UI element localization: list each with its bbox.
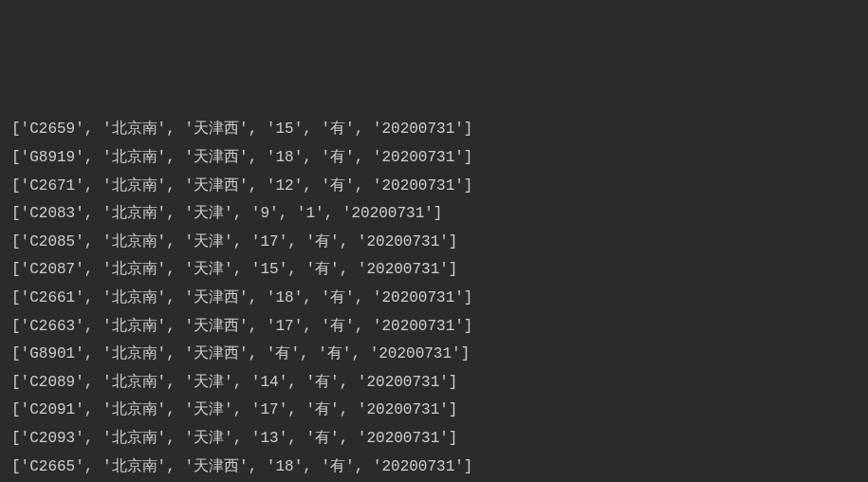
output-row: ['C2661', '北京南', '天津西', '18', '有', '2020… — [11, 285, 857, 313]
output-row: ['C2091', '北京南', '天津', '17', '有', '20200… — [11, 397, 857, 425]
output-row: ['C2671', '北京南', '天津西', '12', '有', '2020… — [11, 173, 857, 201]
output-row: ['C2089', '北京南', '天津', '14', '有', '20200… — [11, 369, 857, 398]
output-row: ['C2665', '北京南', '天津西', '18', '有', '2020… — [11, 454, 857, 482]
output-row: ['C2087', '北京南', '天津', '15', '有', '20200… — [11, 256, 857, 285]
output-row: ['C2659', '北京南', '天津西', '15', '有', '2020… — [11, 116, 857, 144]
output-row: ['C2093', '北京南', '天津', '13', '有', '20200… — [11, 425, 857, 454]
output-row: ['C2663', '北京南', '天津西', '17', '有', '2020… — [11, 313, 857, 342]
console-output: ['C2659', '北京南', '天津西', '15', '有', '2020… — [11, 116, 857, 482]
output-row: ['C2083', '北京南', '天津', '9', '1', '202007… — [11, 200, 857, 229]
output-row: ['G8901', '北京南', '天津西', '有', '有', '20200… — [11, 341, 857, 369]
output-row: ['G8919', '北京南', '天津西', '18', '有', '2020… — [11, 144, 857, 173]
output-row: ['C2085', '北京南', '天津', '17', '有', '20200… — [11, 229, 857, 257]
